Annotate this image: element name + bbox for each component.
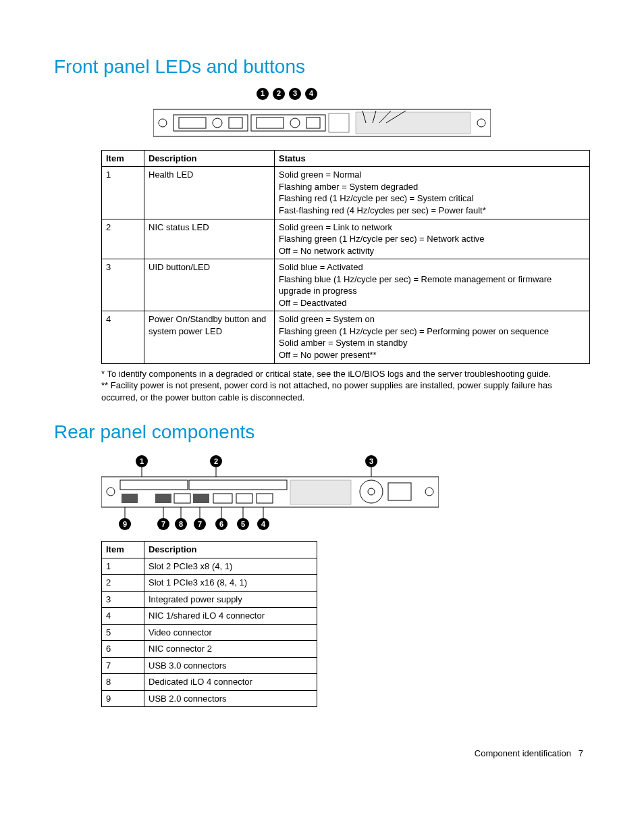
cell-description: NIC 1/shared iLO 4 connector [144,608,317,625]
footnote: ** Facility power is not present, power … [101,380,590,403]
cell-item: 4 [102,311,144,363]
cell-item: 5 [102,624,144,641]
svg-rect-31 [290,480,351,504]
cell-item: 7 [102,657,144,674]
cell-item: 2 [102,575,144,592]
svg-rect-36 [155,494,171,503]
cell-item: 1 [102,558,144,575]
svg-text:2: 2 [214,457,218,465]
cell-item: 9 [102,690,144,707]
front-panel-notes: * To identify components in a degraded o… [101,368,590,404]
table-row: 7USB 3.0 connectors [102,657,317,674]
cell-description: UID button/LED [144,259,275,311]
cell-description: NIC connector 2 [144,641,317,658]
table-row: 3Integrated power supply [102,591,317,608]
svg-text:4: 4 [261,520,266,528]
cell-item: 1 [102,167,144,219]
cell-item: 3 [102,259,144,311]
footer-page: 7 [579,748,583,758]
cell-item: 6 [102,641,144,658]
page-footer: Component identification 7 [54,748,590,760]
table-header: Status [275,150,590,167]
cell-description: NIC status LED [144,219,275,259]
table-row: 2NIC status LEDSolid green = Link to net… [102,219,590,259]
footnote: * To identify components in a degraded o… [101,368,590,380]
cell-description: Video connector [144,624,317,641]
cell-description: USB 2.0 connectors [144,690,317,707]
cell-item: 8 [102,674,144,691]
heading-front-panel: Front panel LEDs and buttons [54,54,590,80]
rear-panel-table: ItemDescription 1Slot 2 PCIe3 x8 (4, 1)2… [101,541,317,707]
table-row: 4Power On/Standby button and system powe… [102,311,590,363]
svg-text:8: 8 [179,520,183,528]
table-header: Description [144,150,275,167]
table-row: 1Slot 2 PCIe3 x8 (4, 1) [102,558,317,575]
svg-text:7: 7 [161,520,165,528]
table-row: 6NIC connector 2 [102,641,317,658]
footer-section: Component identification [475,748,571,758]
svg-text:5: 5 [241,520,245,528]
table-row: 9USB 2.0 connectors [102,690,317,707]
rear-panel-diagram: 1 2 3 9 7 [101,453,590,534]
cell-status: Solid blue = ActivatedFlashing blue (1 H… [275,259,590,311]
front-panel-diagram: 1234 [54,88,590,143]
table-header: Item [102,541,144,558]
cell-description: Integrated power supply [144,591,317,608]
front-panel-table: ItemDescriptionStatus 1Health LEDSolid g… [101,150,590,364]
svg-text:9: 9 [123,520,127,528]
cell-description: Power On/Standby button and system power… [144,311,275,363]
cell-item: 3 [102,591,144,608]
cell-status: Solid green = NormalFlashing amber = Sys… [275,167,590,219]
cell-description: Health LED [144,167,275,219]
table-header: Description [144,541,317,558]
table-row: 5Video connector [102,624,317,641]
svg-rect-35 [122,494,138,503]
table-header: Item [102,150,144,167]
svg-text:1: 1 [140,457,144,465]
callout-badge: 1 [257,88,269,100]
cell-description: Dedicated iLO 4 connector [144,674,317,691]
table-row: 8Dedicated iLO 4 connector [102,674,317,691]
cell-status: Solid green = System onFlashing green (1… [275,311,590,363]
svg-text:6: 6 [219,520,223,528]
callout-badge: 3 [289,88,301,100]
callout-badge: 4 [305,88,317,100]
table-row: 1Health LEDSolid green = NormalFlashing … [102,167,590,219]
cell-description: Slot 1 PCIe3 x16 (8, 4, 1) [144,575,317,592]
table-row: 4NIC 1/shared iLO 4 connector [102,608,317,625]
table-row: 3UID button/LEDSolid blue = ActivatedFla… [102,259,590,311]
cell-item: 2 [102,219,144,259]
svg-text:3: 3 [369,457,373,465]
callout-badge: 2 [273,88,285,100]
svg-rect-38 [193,494,209,503]
cell-item: 4 [102,608,144,625]
heading-rear-panel: Rear panel components [54,419,590,445]
cell-description: Slot 2 PCIe3 x8 (4, 1) [144,558,317,575]
svg-text:7: 7 [198,520,202,528]
cell-description: USB 3.0 connectors [144,657,317,674]
table-row: 2Slot 1 PCIe3 x16 (8, 4, 1) [102,575,317,592]
cell-status: Solid green = Link to networkFlashing gr… [275,219,590,259]
